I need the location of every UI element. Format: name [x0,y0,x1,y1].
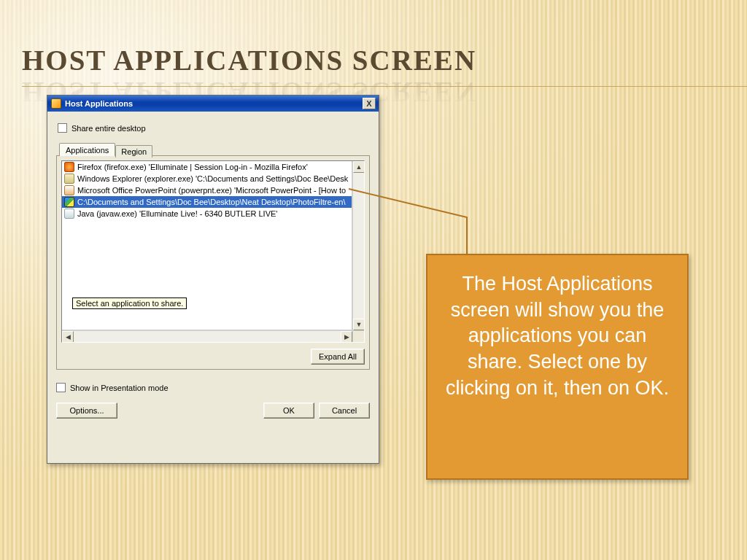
options-button[interactable]: Options... [56,402,117,419]
app-row-label: C:\Documents and Settings\Doc Bee\Deskto… [77,198,345,206]
app-row-label: Microsoft Office PowerPoint (powerpnt.ex… [77,186,346,195]
applications-tabpanel: Firefox (firefox.exe) 'Elluminate | Sess… [56,155,370,370]
applications-list-inner: Firefox (firefox.exe) 'Elluminate | Sess… [62,161,352,330]
folder-icon [64,174,74,184]
cancel-button[interactable]: Cancel [319,402,370,419]
powerpoint-icon [64,185,74,195]
applications-listbox[interactable]: Firefox (firefox.exe) 'Elluminate | Sess… [61,160,365,343]
app-row-firefox[interactable]: Firefox (firefox.exe) 'Elluminate | Sess… [62,161,352,173]
share-desktop-checkbox[interactable] [58,123,67,133]
callout-text: The Host Applications screen will show y… [446,273,669,399]
slide-title: HOST APPLICATIONS SCREEN [22,44,476,77]
show-presentation-checkbox[interactable] [56,383,66,392]
scroll-right-button[interactable]: ▶ [341,331,352,343]
tab-applications[interactable]: Applications [59,143,115,156]
scroll-left-button[interactable]: ◀ [62,331,74,343]
close-button[interactable]: X [363,98,376,109]
java-icon [64,209,74,219]
slide-divider [22,86,747,87]
scrollbar-corner [352,330,364,342]
scroll-up-button[interactable]: ▲ [353,161,365,173]
ok-button[interactable]: OK [263,402,314,419]
select-app-tooltip: Select an application to share. [72,298,187,309]
horizontal-scrollbar[interactable]: ◀ ▶ [62,330,352,342]
tabstrip: Applications Region [56,143,370,156]
host-applications-dialog: Host Applications X Share entire desktop… [47,95,379,464]
expand-all-button[interactable]: Expand All [311,349,365,365]
app-row-label: Firefox (firefox.exe) 'Elluminate | Sess… [77,163,308,171]
firefox-icon [64,162,74,172]
photofiltre-icon [64,197,74,207]
app-row-powerpoint[interactable]: Microsoft Office PowerPoint (powerpnt.ex… [62,184,352,196]
show-presentation-row[interactable]: Show in Presentation mode [56,383,169,392]
tab-region[interactable]: Region [115,145,152,158]
dialog-titlebar[interactable]: Host Applications X [47,96,379,112]
share-desktop-row[interactable]: Share entire desktop [58,123,370,133]
instruction-callout: The Host Applications screen will show y… [426,254,689,480]
app-emblem-icon [51,98,61,109]
app-row-label: Java (javaw.exe) 'Elluminate Live! - 634… [77,209,277,218]
vertical-scrollbar[interactable]: ▲ ▼ [352,161,364,330]
app-row-explorer[interactable]: Windows Explorer (explorer.exe) 'C:\Docu… [62,173,352,184]
dialog-body: Share entire desktop Applications Region… [47,112,379,426]
app-row-label: Windows Explorer (explorer.exe) 'C:\Docu… [77,174,348,183]
scroll-down-button[interactable]: ▼ [353,319,365,330]
share-desktop-label: Share entire desktop [71,124,146,133]
app-row-photofiltre[interactable]: C:\Documents and Settings\Doc Bee\Deskto… [62,196,352,208]
app-row-java[interactable]: Java (javaw.exe) 'Elluminate Live! - 634… [62,208,352,219]
dialog-title: Host Applications [65,99,363,108]
show-presentation-label: Show in Presentation mode [70,384,169,392]
